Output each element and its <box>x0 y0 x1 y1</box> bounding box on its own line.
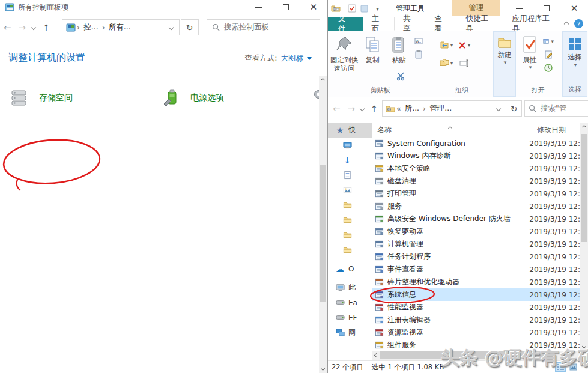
scroll-up-icon[interactable] <box>580 123 588 132</box>
breadcrumb-control-panel[interactable]: 控... <box>83 22 98 32</box>
up-arrow-icon[interactable]: ↑ <box>43 23 50 32</box>
file-row[interactable]: 事件查看器2019/3/19 12: <box>372 263 580 276</box>
sidebar-item-folder[interactable] <box>328 198 372 213</box>
sidebar-item-download[interactable]: ↓ <box>328 153 372 168</box>
cp-address-bar[interactable]: › 控... › 所有... <box>62 19 180 35</box>
history-dropdown-icon[interactable] <box>360 106 365 111</box>
sidebar-item-网[interactable]: 网 <box>328 325 372 340</box>
sidebar-item-document[interactable] <box>328 168 372 183</box>
file-row[interactable]: 恢复驱动器2019/3/19 12: <box>372 225 580 238</box>
move-to-button[interactable]: ▾ <box>438 37 454 53</box>
column-header-date[interactable]: 修改日期 <box>532 125 566 135</box>
tab-ribbon-1[interactable]: 主页 <box>363 17 394 31</box>
new-folder-icon[interactable] <box>497 37 512 50</box>
tab-ribbon-3[interactable]: 查看 <box>426 17 457 31</box>
back-arrow-icon[interactable]: ← <box>333 103 341 114</box>
scroll-down-icon[interactable] <box>319 364 327 373</box>
help-icon[interactable]: ? <box>574 19 583 28</box>
copy-button[interactable]: 复制 <box>359 35 386 64</box>
breadcrumb-all-items[interactable]: 所有... <box>109 22 131 32</box>
ex-close-button[interactable]: ✕ <box>560 0 588 17</box>
tab-ribbon-4[interactable]: 快捷工具 <box>458 17 504 31</box>
view-by-value[interactable]: 大图标 <box>281 53 304 64</box>
cp-item-storage-spaces[interactable]: 存储空间 <box>5 83 156 113</box>
cp-search-box[interactable]: 搜索控制面板 <box>207 19 320 35</box>
sidebar-item-O[interactable]: ☁O <box>328 261 372 276</box>
new-dropdown-icon[interactable]: ▾ <box>504 59 507 65</box>
cut-scissors-icon[interactable] <box>395 71 406 82</box>
sidebar-item-EF[interactable]: EF <box>328 310 372 325</box>
up-arrow-icon[interactable]: ↑ <box>371 104 378 114</box>
file-row[interactable]: 磁盘清理2019/3/19 12: <box>372 175 580 187</box>
file-row[interactable]: 本地安全策略2019/3/19 12: <box>372 162 580 175</box>
cp-maximize-button[interactable] <box>272 0 300 14</box>
sidebar-item-Ea[interactable]: Ea <box>328 295 372 310</box>
cp-item-power-options[interactable]: 电源选项 <box>156 83 308 113</box>
address-dropdown-icon[interactable] <box>496 106 501 111</box>
collapse-ribbon-icon[interactable] <box>564 21 569 26</box>
cp-scroll-thumb[interactable] <box>320 165 326 302</box>
explorer-address-bar[interactable]: « 所... › 管理... <box>382 100 506 117</box>
forward-arrow-icon[interactable]: → <box>348 103 356 114</box>
cp-vertical-scrollbar[interactable] <box>319 76 327 373</box>
tab-ribbon-2[interactable]: 共享 <box>395 17 426 31</box>
properties-check-icon[interactable] <box>347 4 357 13</box>
file-row[interactable]: 服务2019/3/19 12: <box>372 200 580 213</box>
delete-button[interactable]: ×▾ <box>456 37 472 53</box>
file-row[interactable]: System Configuration2019/3/19 12: <box>372 137 580 150</box>
address-dropdown-icon[interactable] <box>169 25 174 29</box>
tab-file[interactable]: 文件 <box>328 17 363 31</box>
sidebar-item-pictures[interactable] <box>328 183 372 198</box>
sidebar-item-快[interactable]: ★快 <box>328 123 372 138</box>
cp-close-button[interactable]: ✕ <box>300 0 327 14</box>
scroll-up-icon[interactable] <box>319 76 327 85</box>
file-row[interactable]: 注册表编辑器2019/3/19 12: <box>372 314 580 326</box>
back-arrow-icon[interactable]: ← <box>4 22 11 33</box>
breadcrumb-admin-tools[interactable]: 管理... <box>429 103 452 114</box>
ex-scroll-track[interactable] <box>580 132 588 342</box>
file-row[interactable]: 高级安全 Windows Defender 防火墙2019/3/19 12: <box>372 213 580 225</box>
file-row[interactable]: 计算机管理2019/3/19 12: <box>372 238 580 250</box>
open-options-icon[interactable]: ▾ <box>543 36 554 47</box>
pin-to-quick-access-button[interactable]: 固定到快速访问 <box>329 35 359 73</box>
new-item-icon[interactable] <box>360 4 369 13</box>
file-row[interactable]: 性能监视器2019/3/19 12: <box>372 301 580 314</box>
forward-arrow-icon[interactable]: → <box>19 22 26 33</box>
scroll-left-icon[interactable] <box>372 351 380 360</box>
file-row[interactable]: Windows 内存诊断2019/3/19 12: <box>372 150 580 162</box>
copy-path-icon[interactable]: W.. <box>413 36 424 47</box>
explorer-search-box[interactable]: 搜索"管 <box>524 100 588 117</box>
paste-shortcut-icon[interactable] <box>413 49 424 60</box>
tab-ribbon-5[interactable]: 应用程序工具 <box>504 17 565 31</box>
history-icon[interactable] <box>543 62 554 73</box>
edit-icon[interactable] <box>543 49 554 60</box>
column-header-name[interactable]: 名称 <box>372 123 532 137</box>
refresh-button[interactable]: ↻ <box>506 100 522 117</box>
sidebar-item-folder[interactable] <box>328 228 372 243</box>
sidebar-item-monitor[interactable] <box>328 138 372 153</box>
sidebar-item-folder[interactable] <box>328 213 372 228</box>
refresh-button[interactable]: ↻ <box>181 19 199 35</box>
properties-button[interactable]: 属性 ▾ <box>518 35 542 71</box>
file-row[interactable]: 打印管理2019/3/19 12: <box>372 187 580 200</box>
explorer-vertical-scrollbar[interactable] <box>580 123 588 351</box>
paste-button[interactable]: 粘贴 <box>386 35 412 64</box>
file-row[interactable]: 任务计划程序2019/3/19 12: <box>372 250 580 263</box>
history-dropdown-icon[interactable] <box>31 25 36 30</box>
new-button[interactable]: 新建 <box>497 50 512 59</box>
copy-to-button[interactable]: ▾ <box>438 55 454 71</box>
qat-customize-dropdown-icon[interactable]: ▾ <box>376 5 379 12</box>
ex-scroll-thumb[interactable] <box>581 134 587 242</box>
cp-scroll-track[interactable] <box>319 85 327 364</box>
sidebar-item-folder[interactable] <box>328 243 372 258</box>
view-by-dropdown-icon[interactable] <box>307 57 312 60</box>
breadcrumb-all-items[interactable]: 所... <box>405 103 419 114</box>
rename-button[interactable] <box>456 55 472 71</box>
select-dropdown-icon[interactable]: ▾ <box>574 62 577 68</box>
file-row[interactable]: 资源监视器2019/3/19 12: <box>372 326 580 339</box>
sidebar-item-此[interactable]: 此 <box>328 280 372 295</box>
file-row[interactable]: 系统信息2019/3/19 12: <box>372 288 580 301</box>
select-button[interactable]: 选择 <box>568 53 582 62</box>
file-row[interactable]: 碎片整理和优化驱动器2019/3/19 12: <box>372 276 580 288</box>
cp-minimize-button[interactable] <box>244 0 272 14</box>
